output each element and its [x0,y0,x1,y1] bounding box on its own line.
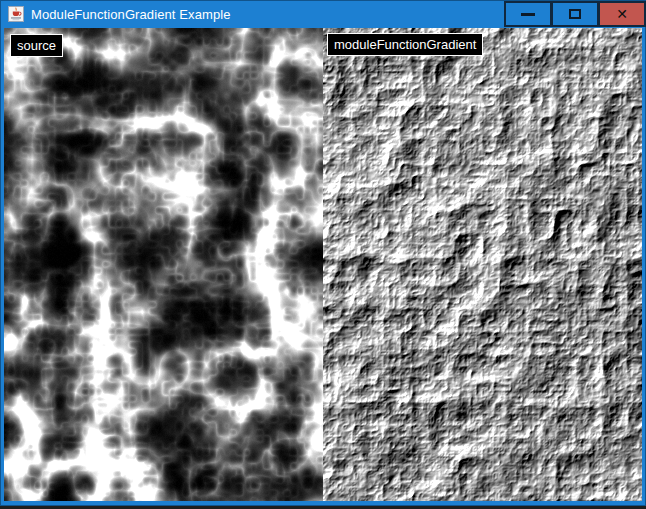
java-coffee-icon [8,6,24,22]
minimize-button[interactable] [504,1,552,27]
window-title: ModuleFunctionGradient Example [31,7,231,22]
content-area: source moduleFunctionGradient [4,28,642,501]
close-button[interactable]: ✕ [598,1,646,27]
source-image [4,28,323,501]
minimize-icon [521,13,535,16]
maximize-button[interactable] [551,1,599,27]
app-window: ModuleFunctionGradient Example ✕ source … [0,0,646,506]
maximize-icon [569,9,581,19]
image-label-gradient: moduleFunctionGradient [327,33,483,56]
title-bar[interactable]: ModuleFunctionGradient Example ✕ [0,0,646,28]
window-controls: ✕ [504,0,646,28]
image-label-source: source [10,34,63,57]
gradient-image [323,28,642,501]
close-icon: ✕ [616,7,628,21]
